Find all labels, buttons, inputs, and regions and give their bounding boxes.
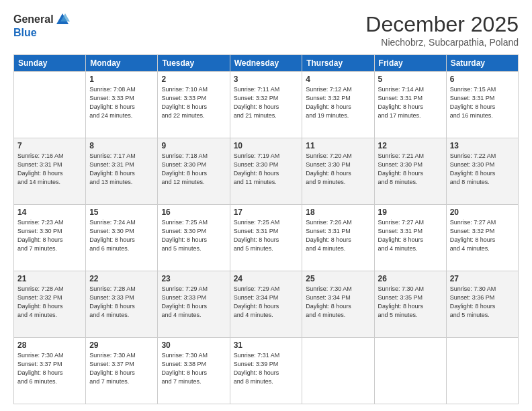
day-number: 26 [378, 274, 443, 283]
table-row: 9Sunrise: 7:18 AM Sunset: 3:30 PM Daylig… [158, 138, 230, 205]
col-thursday: Thursday [302, 55, 374, 72]
col-friday: Friday [374, 55, 446, 72]
day-number: 18 [306, 208, 370, 217]
table-row [374, 338, 446, 404]
table-row: 28Sunrise: 7:30 AM Sunset: 3:37 PM Dayli… [14, 338, 86, 404]
day-number: 25 [306, 274, 370, 283]
table-row [14, 72, 86, 138]
col-sunday: Sunday [14, 55, 86, 72]
day-info: Sunrise: 7:29 AM Sunset: 3:33 PM Dayligh… [161, 285, 226, 320]
day-info: Sunrise: 7:27 AM Sunset: 3:32 PM Dayligh… [450, 218, 515, 253]
table-row: 16Sunrise: 7:25 AM Sunset: 3:30 PM Dayli… [158, 205, 230, 271]
day-number: 19 [378, 208, 443, 217]
day-info: Sunrise: 7:30 AM Sunset: 3:38 PM Dayligh… [161, 351, 226, 386]
day-number: 10 [234, 141, 299, 150]
table-row [302, 338, 374, 404]
day-number: 31 [234, 340, 299, 350]
table-row: 2Sunrise: 7:10 AM Sunset: 3:33 PM Daylig… [158, 72, 230, 138]
day-info: Sunrise: 7:12 AM Sunset: 3:32 PM Dayligh… [306, 85, 370, 120]
day-number: 24 [234, 274, 299, 283]
day-number: 13 [450, 141, 515, 150]
day-number: 27 [450, 274, 515, 283]
table-row: 27Sunrise: 7:30 AM Sunset: 3:36 PM Dayli… [446, 271, 518, 338]
table-row: 10Sunrise: 7:19 AM Sunset: 3:30 PM Dayli… [230, 138, 302, 205]
table-row: 8Sunrise: 7:17 AM Sunset: 3:31 PM Daylig… [86, 138, 158, 205]
calendar-header-row: Sunday Monday Tuesday Wednesday Thursday… [14, 55, 519, 72]
day-info: Sunrise: 7:18 AM Sunset: 3:30 PM Dayligh… [161, 152, 226, 187]
table-row: 13Sunrise: 7:22 AM Sunset: 3:30 PM Dayli… [446, 138, 518, 205]
day-info: Sunrise: 7:30 AM Sunset: 3:37 PM Dayligh… [17, 351, 82, 386]
table-row: 22Sunrise: 7:28 AM Sunset: 3:33 PM Dayli… [86, 271, 158, 338]
page: General Blue December 2025 Niechobrz, Su… [0, 0, 532, 411]
day-number: 2 [161, 75, 226, 84]
day-info: Sunrise: 7:17 AM Sunset: 3:31 PM Dayligh… [89, 152, 154, 187]
col-saturday: Saturday [446, 55, 518, 72]
day-info: Sunrise: 7:30 AM Sunset: 3:37 PM Dayligh… [89, 351, 154, 386]
day-info: Sunrise: 7:31 AM Sunset: 3:39 PM Dayligh… [234, 351, 299, 386]
table-row: 31Sunrise: 7:31 AM Sunset: 3:39 PM Dayli… [230, 338, 302, 404]
day-number: 12 [378, 141, 443, 150]
day-number: 4 [306, 75, 370, 84]
title-block: December 2025 Niechobrz, Subcarpathia, P… [365, 12, 519, 48]
day-number: 17 [234, 208, 299, 217]
table-row: 25Sunrise: 7:30 AM Sunset: 3:34 PM Dayli… [302, 271, 374, 338]
table-row: 4Sunrise: 7:12 AM Sunset: 3:32 PM Daylig… [302, 72, 374, 138]
calendar-week-row: 21Sunrise: 7:28 AM Sunset: 3:32 PM Dayli… [14, 271, 519, 338]
day-number: 23 [161, 274, 226, 283]
day-number: 1 [89, 75, 154, 84]
day-number: 8 [89, 141, 154, 150]
day-info: Sunrise: 7:11 AM Sunset: 3:32 PM Dayligh… [234, 85, 299, 120]
day-info: Sunrise: 7:28 AM Sunset: 3:32 PM Dayligh… [17, 285, 82, 320]
table-row: 17Sunrise: 7:25 AM Sunset: 3:31 PM Dayli… [230, 205, 302, 271]
day-number: 29 [89, 340, 154, 350]
table-row: 26Sunrise: 7:30 AM Sunset: 3:35 PM Dayli… [374, 271, 446, 338]
calendar: Sunday Monday Tuesday Wednesday Thursday… [13, 54, 519, 404]
table-row: 23Sunrise: 7:29 AM Sunset: 3:33 PM Dayli… [158, 271, 230, 338]
calendar-week-row: 7Sunrise: 7:16 AM Sunset: 3:31 PM Daylig… [14, 138, 519, 205]
table-row: 30Sunrise: 7:30 AM Sunset: 3:38 PM Dayli… [158, 338, 230, 404]
table-row: 14Sunrise: 7:23 AM Sunset: 3:30 PM Dayli… [14, 205, 86, 271]
table-row: 15Sunrise: 7:24 AM Sunset: 3:30 PM Dayli… [86, 205, 158, 271]
day-number: 30 [161, 340, 226, 350]
table-row: 1Sunrise: 7:08 AM Sunset: 3:33 PM Daylig… [86, 72, 158, 138]
col-wednesday: Wednesday [230, 55, 302, 72]
day-info: Sunrise: 7:30 AM Sunset: 3:34 PM Dayligh… [306, 285, 370, 320]
day-info: Sunrise: 7:25 AM Sunset: 3:31 PM Dayligh… [234, 218, 299, 253]
logo: General Blue [13, 12, 70, 39]
logo-blue: Blue [13, 27, 70, 39]
day-number: 5 [378, 75, 443, 84]
day-info: Sunrise: 7:25 AM Sunset: 3:30 PM Dayligh… [161, 218, 226, 253]
day-info: Sunrise: 7:10 AM Sunset: 3:33 PM Dayligh… [161, 85, 226, 120]
day-info: Sunrise: 7:14 AM Sunset: 3:31 PM Dayligh… [378, 85, 443, 120]
day-number: 14 [17, 208, 82, 217]
calendar-week-row: 28Sunrise: 7:30 AM Sunset: 3:37 PM Dayli… [14, 338, 519, 404]
day-info: Sunrise: 7:19 AM Sunset: 3:30 PM Dayligh… [234, 152, 299, 187]
day-info: Sunrise: 7:29 AM Sunset: 3:34 PM Dayligh… [234, 285, 299, 320]
calendar-week-row: 14Sunrise: 7:23 AM Sunset: 3:30 PM Dayli… [14, 205, 519, 271]
table-row: 3Sunrise: 7:11 AM Sunset: 3:32 PM Daylig… [230, 72, 302, 138]
day-info: Sunrise: 7:24 AM Sunset: 3:30 PM Dayligh… [89, 218, 154, 253]
table-row: 20Sunrise: 7:27 AM Sunset: 3:32 PM Dayli… [446, 205, 518, 271]
table-row: 18Sunrise: 7:26 AM Sunset: 3:31 PM Dayli… [302, 205, 374, 271]
day-number: 15 [89, 208, 154, 217]
table-row: 21Sunrise: 7:28 AM Sunset: 3:32 PM Dayli… [14, 271, 86, 338]
calendar-week-row: 1Sunrise: 7:08 AM Sunset: 3:33 PM Daylig… [14, 72, 519, 138]
day-info: Sunrise: 7:30 AM Sunset: 3:36 PM Dayligh… [450, 285, 515, 320]
table-row [446, 338, 518, 404]
col-tuesday: Tuesday [158, 55, 230, 72]
table-row: 24Sunrise: 7:29 AM Sunset: 3:34 PM Dayli… [230, 271, 302, 338]
table-row: 29Sunrise: 7:30 AM Sunset: 3:37 PM Dayli… [86, 338, 158, 404]
day-number: 7 [17, 141, 82, 150]
day-number: 6 [450, 75, 515, 84]
table-row: 5Sunrise: 7:14 AM Sunset: 3:31 PM Daylig… [374, 72, 446, 138]
day-number: 9 [161, 141, 226, 150]
day-number: 28 [17, 340, 82, 350]
day-number: 22 [89, 274, 154, 283]
day-info: Sunrise: 7:30 AM Sunset: 3:35 PM Dayligh… [378, 285, 443, 320]
col-monday: Monday [86, 55, 158, 72]
day-info: Sunrise: 7:27 AM Sunset: 3:31 PM Dayligh… [378, 218, 443, 253]
table-row: 19Sunrise: 7:27 AM Sunset: 3:31 PM Dayli… [374, 205, 446, 271]
title-location: Niechobrz, Subcarpathia, Poland [365, 37, 519, 48]
day-number: 16 [161, 208, 226, 217]
header: General Blue December 2025 Niechobrz, Su… [13, 12, 519, 48]
